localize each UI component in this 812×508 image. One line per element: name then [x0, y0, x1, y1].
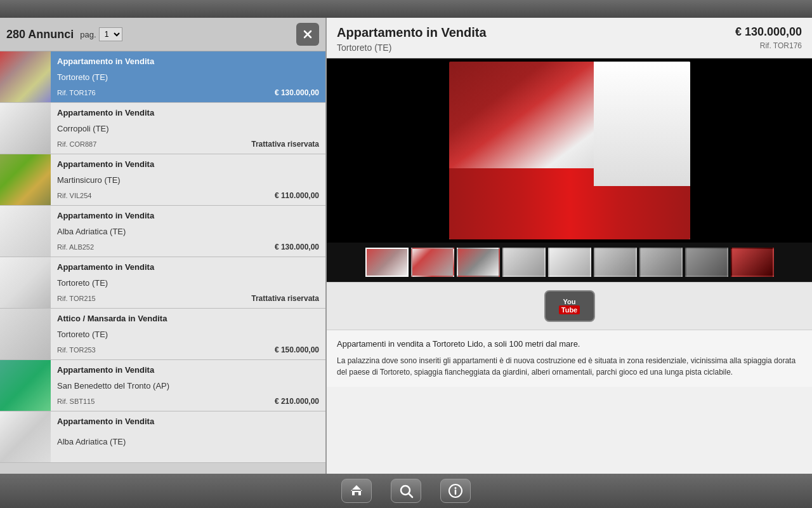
listing-price: € 150.000,00	[275, 345, 319, 354]
description-section: Appartamenti in vendita a Tortoreto Lido…	[327, 330, 812, 387]
right-panel: Appartamento in Vendita Tortoreto (TE) €…	[327, 18, 812, 474]
listing-ref: Rif. TOR253	[57, 346, 96, 354]
listing-ref: Rif. SBT115	[57, 398, 95, 405]
left-panel: 280 Annunci pag. 1 2 3 Appar	[0, 18, 327, 474]
listing-thumb	[0, 103, 51, 154]
listing-thumb	[0, 309, 51, 359]
thumbnail-4[interactable]	[502, 248, 546, 277]
search-button[interactable]	[391, 479, 421, 503]
page-selector: pag. 1 2 3	[80, 27, 122, 41]
listing-bottom: Rif. TOR176 € 130.000,00	[57, 88, 319, 97]
listing-price: € 130.000,00	[275, 88, 319, 97]
listing-title: Appartamento in Vendita	[57, 262, 319, 272]
listing-location: Tortoreto (TE)	[57, 278, 319, 288]
listing-title: Appartamento in Vendita	[57, 108, 319, 117]
thumbnail-5[interactable]	[548, 248, 591, 277]
listing-thumb	[0, 411, 51, 462]
listing-ref: Rif. ALB252	[57, 243, 94, 251]
listing-location: Corropoli (TE)	[57, 124, 319, 133]
listing-info: Appartamento in Vendita Martinsicuro (TE…	[51, 154, 325, 205]
listing-info: Appartamento in Vendita San Benedetto de…	[51, 360, 325, 411]
listing-price: € 130.000,00	[275, 243, 319, 251]
listing-ref: Rif. VIL254	[57, 192, 91, 199]
search-icon	[398, 483, 414, 498]
listing-title: Appartamento in Vendita	[57, 365, 319, 375]
listing-title: Appartamento in Vendita	[57, 57, 319, 66]
listing-location: Tortoreto (TE)	[57, 330, 319, 339]
thumbnails-row	[327, 243, 812, 282]
main-container: 280 Annunci pag. 1 2 3 Appar	[0, 18, 812, 474]
thumbnail-1[interactable]	[365, 248, 409, 277]
listing-ref: Rif. COR887	[57, 140, 96, 148]
listing-item[interactable]: Appartamento in Vendita Alba Adriatica (…	[0, 411, 325, 463]
listing-item[interactable]: Appartamento in Vendita San Benedetto de…	[0, 360, 325, 411]
detail-title: Appartamento in Vendita	[337, 25, 487, 40]
detail-header: Appartamento in Vendita Tortoreto (TE) €…	[327, 18, 812, 58]
detail-price: € 130.000,00	[735, 25, 802, 39]
listing-thumb	[0, 206, 51, 257]
annunci-count: 280 Annunci	[6, 28, 74, 41]
thumbnail-2[interactable]	[411, 248, 454, 277]
page-dropdown[interactable]: 1 2 3	[99, 27, 122, 41]
thumbnail-8[interactable]	[685, 248, 728, 277]
close-button[interactable]	[296, 23, 319, 46]
thumbnail-6[interactable]	[594, 248, 637, 277]
listing-info: Attico / Mansarda in Vendita Tortoreto (…	[51, 309, 325, 359]
listing-item[interactable]: Appartamento in Vendita Martinsicuro (TE…	[0, 154, 325, 206]
listing-ref: Rif. TOR176	[57, 89, 96, 97]
listing-location: Alba Adriatica (TE)	[57, 227, 319, 236]
detail-price-block: € 130.000,00 Rif. TOR176	[735, 25, 802, 50]
description-intro: Appartamenti in vendita a Tortoreto Lido…	[337, 339, 802, 349]
svg-point-4	[455, 487, 457, 489]
youtube-you-text: You	[563, 298, 576, 305]
listing-info: Appartamento in Vendita Corropoli (TE) R…	[51, 103, 325, 154]
listing-title: Appartamento in Vendita	[57, 417, 319, 426]
listing-item[interactable]: Attico / Mansarda in Vendita Tortoreto (…	[0, 309, 325, 360]
listing-item[interactable]: Appartamento in Vendita Tortoreto (TE) R…	[0, 51, 325, 103]
youtube-button[interactable]: You Tube	[544, 290, 595, 322]
detail-ref: Rif. TOR176	[735, 41, 802, 50]
listing-price: € 210.000,00	[275, 397, 319, 406]
listing-bottom: Rif. TOR253 € 150.000,00	[57, 345, 319, 354]
listings-list: Appartamento in Vendita Tortoreto (TE) R…	[0, 51, 325, 474]
listing-title: Appartamento in Vendita	[57, 159, 319, 169]
listing-price: € 110.000,00	[275, 191, 319, 200]
home-icon	[349, 483, 364, 498]
bottom-toolbar	[0, 474, 812, 508]
listing-bottom: Rif. VIL254 € 110.000,00	[57, 191, 319, 200]
thumbnail-3[interactable]	[457, 248, 500, 277]
listing-location: San Benedetto del Tronto (AP)	[57, 381, 319, 391]
listing-item[interactable]: Appartamento in Vendita Corropoli (TE) R…	[0, 103, 325, 154]
page-label: pag.	[80, 30, 96, 39]
thumbnail-9[interactable]	[731, 248, 774, 277]
listing-location: Martinsicuro (TE)	[57, 175, 319, 185]
listing-bottom: Rif. TOR215 Trattativa riservata	[57, 294, 319, 303]
top-bar	[0, 0, 812, 18]
listing-price: Trattativa riservata	[251, 294, 319, 303]
detail-location: Tortoreto (TE)	[337, 43, 487, 53]
listing-bottom: Rif. ALB252 € 130.000,00	[57, 243, 319, 251]
listing-thumb	[0, 257, 51, 308]
listing-ref: Rif. TOR215	[57, 295, 96, 302]
listing-title: Appartamento in Vendita	[57, 211, 319, 220]
listing-thumb	[0, 154, 51, 205]
listing-item[interactable]: Appartamento in Vendita Tortoreto (TE) R…	[0, 257, 325, 309]
info-button[interactable]	[440, 479, 471, 503]
youtube-section: You Tube	[327, 282, 812, 330]
listing-info: Appartamento in Vendita Tortoreto (TE) R…	[51, 51, 325, 102]
youtube-tube-text: Tube	[559, 305, 580, 314]
listing-title: Attico / Mansarda in Vendita	[57, 314, 319, 323]
description-body: La palazzina dove sono inseriti gli appa…	[337, 355, 802, 378]
listing-item[interactable]: Appartamento in Vendita Alba Adriatica (…	[0, 206, 325, 257]
main-image-container	[327, 58, 812, 243]
listing-info: Appartamento in Vendita Tortoreto (TE) R…	[51, 257, 325, 308]
svg-line-1	[409, 494, 413, 498]
home-button[interactable]	[341, 479, 372, 503]
listing-location: Alba Adriatica (TE)	[57, 437, 319, 446]
listing-price: Trattativa riservata	[251, 140, 319, 149]
main-image	[449, 62, 690, 239]
listing-thumb	[0, 51, 51, 102]
listing-info: Appartamento in Vendita Alba Adriatica (…	[51, 411, 325, 462]
listing-bottom: Rif. SBT115 € 210.000,00	[57, 397, 319, 406]
thumbnail-7[interactable]	[639, 248, 683, 277]
